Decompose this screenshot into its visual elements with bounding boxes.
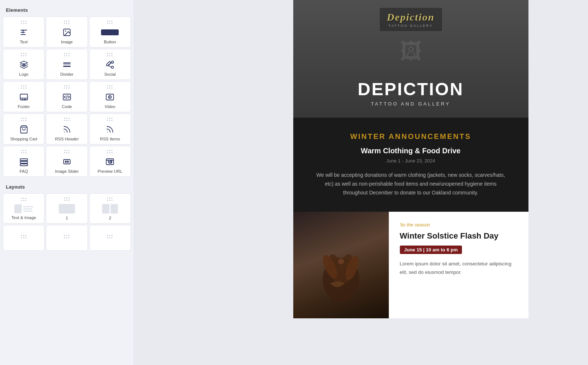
divider-label: Divider [60, 72, 74, 76]
flash-day-body: Lorem ipsum dolor sit amet, consectetur … [400, 260, 517, 277]
layout-extra-1[interactable] [3, 225, 44, 251]
element-image[interactable]: Image [46, 17, 87, 47]
element-divider[interactable]: Divider [46, 49, 87, 80]
drag-handle [64, 118, 70, 121]
drag-handle [107, 85, 113, 89]
svg-rect-20 [20, 159, 28, 161]
faq-label: FAQ [19, 169, 28, 173]
element-image-slider[interactable]: Image Slider [46, 146, 87, 177]
element-button[interactable]: Button [89, 17, 131, 47]
flash-day-title: Winter Solstice Flash Day [400, 231, 517, 241]
email-preview-container: Depiction TATTOO GALLERY DEPICTION TATTO… [293, 0, 528, 318]
element-shopping-cart[interactable]: Shopping Cart [3, 114, 44, 144]
announcement-date: June 1 - June 23, 2024 [315, 158, 506, 164]
drag-handle [64, 85, 70, 89]
layout-2-label: 2 [109, 216, 111, 220]
elements-section-title: Elements [3, 6, 131, 17]
element-video[interactable]: Video [89, 81, 131, 112]
svg-rect-21 [20, 161, 28, 163]
element-logo[interactable]: Logo [3, 49, 44, 80]
drag-handle [64, 21, 70, 24]
layout-extra-3[interactable] [89, 225, 131, 251]
rss-items-label: RSS Items [100, 137, 120, 141]
drag-handle [107, 235, 113, 239]
element-faq[interactable]: FAQ [3, 146, 44, 177]
image-slider-label: Image Slider [55, 169, 79, 173]
announcement-title: WINTER ANNOUNCEMENTS [315, 132, 506, 141]
preview-url-icon [105, 157, 114, 167]
svg-point-18 [64, 132, 65, 132]
element-rss-items[interactable]: RSS Items [89, 114, 131, 144]
hero-sub-title: TATTOO AND GALLERY [371, 101, 450, 107]
element-footer[interactable]: Footer [3, 81, 44, 112]
preview-url-label: Preview URL [98, 169, 122, 173]
text-icon: T [19, 27, 28, 37]
text-label: Text [20, 40, 28, 44]
rss-items-icon [105, 124, 114, 135]
faq-icon [19, 157, 28, 167]
svg-rect-4 [63, 62, 71, 64]
email-preview-area: Depiction TATTOO GALLERY DEPICTION TATTO… [233, 0, 588, 365]
svg-point-31 [338, 258, 344, 264]
tattoo-svg [304, 228, 378, 302]
svg-rect-5 [63, 66, 71, 67]
drag-handle [21, 118, 27, 121]
layouts-grid: Text & Image 1 2 [3, 193, 131, 251]
flash-day-date: June 15 | 10 am to 6 pm [400, 246, 462, 254]
rss-header-icon [62, 124, 71, 135]
svg-marker-16 [109, 96, 111, 98]
drag-handle [107, 197, 113, 201]
footer-icon [19, 92, 28, 102]
drag-handle [21, 53, 27, 57]
hero-logo-area: Depiction TATTOO GALLERY [293, 7, 528, 32]
drag-handle [21, 198, 27, 201]
element-rss-header[interactable]: RSS Header [46, 114, 87, 144]
button-icon [101, 27, 119, 37]
tattoo-image [293, 212, 389, 318]
social-label: Social [104, 72, 116, 76]
drag-handle [107, 21, 113, 24]
element-preview-url[interactable]: Preview URL [89, 146, 131, 177]
drag-handle [64, 53, 70, 57]
drag-handle [64, 235, 70, 239]
svg-text:T: T [22, 29, 25, 35]
text-image-section: 'tis the season Winter Solstice Flash Da… [293, 212, 528, 318]
layout-text-image[interactable]: Text & Image [3, 193, 44, 223]
image-label: Image [61, 40, 73, 44]
announcement-body: We will be accepting donations of warm c… [315, 171, 506, 197]
image-slider-icon [62, 157, 71, 167]
logo-icon [19, 60, 28, 70]
text-image-content: 'tis the season Winter Solstice Flash Da… [389, 212, 528, 318]
hero-section: Depiction TATTOO GALLERY DEPICTION TATTO… [293, 0, 528, 118]
announcement-event: Warm Clothing & Food Drive [315, 147, 506, 155]
elements-grid: T Text Image Button [3, 17, 131, 177]
layout-extra-2[interactable] [46, 225, 87, 251]
code-icon [62, 92, 71, 102]
hero-logo-sub: TATTOO GALLERY [387, 24, 435, 28]
drag-handle [64, 150, 70, 154]
announcement-section: WINTER ANNOUNCEMENTS Warm Clothing & Foo… [293, 118, 528, 212]
element-social[interactable]: Social [89, 49, 131, 80]
layouts-section-title: Layouts [3, 180, 131, 193]
video-icon [105, 92, 114, 102]
hero-logo-text: Depiction [387, 11, 435, 23]
drag-handle [64, 197, 70, 201]
layout-1[interactable]: 1 [46, 193, 87, 223]
drag-handle [21, 85, 27, 89]
element-code[interactable]: Code [46, 81, 87, 112]
divider-icon [62, 60, 71, 70]
svg-point-7 [111, 61, 114, 63]
drag-handle [107, 150, 113, 154]
rss-header-label: RSS Header [55, 137, 79, 141]
svg-point-19 [107, 132, 108, 132]
drag-handle [107, 53, 113, 57]
hero-main-title: DEPICTION [358, 80, 463, 98]
season-text: 'tis the season [400, 222, 517, 228]
drag-handle [21, 235, 27, 239]
hero-logo-badge: Depiction TATTOO GALLERY [379, 7, 442, 32]
element-text[interactable]: T Text [3, 17, 44, 47]
image-icon [62, 27, 71, 37]
svg-rect-22 [20, 164, 28, 166]
drag-handle [107, 118, 113, 121]
layout-2[interactable]: 2 [89, 193, 131, 223]
